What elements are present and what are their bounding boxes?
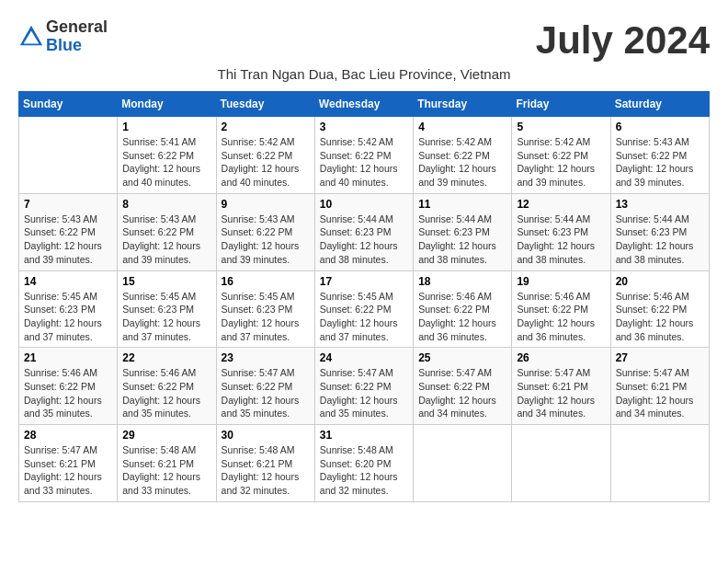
day-number: 18 bbox=[418, 275, 506, 288]
day-number: 14 bbox=[24, 275, 112, 288]
day-info: Sunrise: 5:47 AMSunset: 6:21 PMDaylight:… bbox=[616, 366, 704, 420]
calendar-cell: 26Sunrise: 5:47 AMSunset: 6:21 PMDayligh… bbox=[512, 348, 610, 425]
day-number: 3 bbox=[320, 121, 408, 133]
day-number: 15 bbox=[122, 275, 210, 288]
calendar-cell: 18Sunrise: 5:46 AMSunset: 6:22 PMDayligh… bbox=[414, 270, 512, 348]
day-info: Sunrise: 5:44 AMSunset: 6:23 PMDaylight:… bbox=[418, 213, 506, 267]
day-info: Sunrise: 5:41 AMSunset: 6:22 PMDaylight:… bbox=[122, 135, 210, 190]
day-info: Sunrise: 5:47 AMSunset: 6:21 PMDaylight:… bbox=[517, 366, 605, 420]
calendar-cell: 4Sunrise: 5:42 AMSunset: 6:22 PMDaylight… bbox=[414, 117, 512, 194]
day-number: 17 bbox=[320, 275, 408, 288]
calendar-cell: 28Sunrise: 5:47 AMSunset: 6:21 PMDayligh… bbox=[19, 425, 118, 502]
day-number: 21 bbox=[24, 351, 112, 364]
calendar-cell: 21Sunrise: 5:46 AMSunset: 6:22 PMDayligh… bbox=[19, 348, 118, 425]
day-info: Sunrise: 5:45 AMSunset: 6:23 PMDaylight:… bbox=[222, 290, 310, 344]
calendar-cell: 15Sunrise: 5:45 AMSunset: 6:23 PMDayligh… bbox=[118, 270, 216, 348]
day-info: Sunrise: 5:43 AMSunset: 6:22 PMDaylight:… bbox=[616, 135, 704, 190]
day-info: Sunrise: 5:46 AMSunset: 6:22 PMDaylight:… bbox=[517, 290, 605, 344]
calendar-cell: 16Sunrise: 5:45 AMSunset: 6:23 PMDayligh… bbox=[216, 270, 314, 348]
subtitle: Thi Tran Ngan Dua, Bac Lieu Province, Vi… bbox=[18, 66, 710, 82]
weekday-header-row: SundayMondayTuesdayWednesdayThursdayFrid… bbox=[19, 92, 710, 117]
weekday-header: Tuesday bbox=[216, 92, 314, 117]
day-number: 25 bbox=[418, 351, 506, 364]
calendar-cell: 11Sunrise: 5:44 AMSunset: 6:23 PMDayligh… bbox=[414, 193, 512, 270]
page-header: General Blue July 2024 bbox=[18, 18, 710, 63]
calendar-table: SundayMondayTuesdayWednesdayThursdayFrid… bbox=[18, 91, 710, 502]
month-title: July 2024 bbox=[536, 18, 710, 63]
day-info: Sunrise: 5:46 AMSunset: 6:22 PMDaylight:… bbox=[616, 290, 704, 344]
day-info: Sunrise: 5:44 AMSunset: 6:23 PMDaylight:… bbox=[616, 213, 704, 267]
calendar-cell: 27Sunrise: 5:47 AMSunset: 6:21 PMDayligh… bbox=[610, 348, 709, 425]
day-number: 27 bbox=[616, 351, 704, 364]
day-info: Sunrise: 5:44 AMSunset: 6:23 PMDaylight:… bbox=[517, 213, 605, 267]
calendar-week-row: 21Sunrise: 5:46 AMSunset: 6:22 PMDayligh… bbox=[19, 348, 710, 425]
day-number: 4 bbox=[418, 121, 506, 133]
day-info: Sunrise: 5:45 AMSunset: 6:23 PMDaylight:… bbox=[24, 290, 112, 344]
day-number: 19 bbox=[517, 275, 605, 288]
calendar-cell: 10Sunrise: 5:44 AMSunset: 6:23 PMDayligh… bbox=[314, 193, 413, 270]
day-info: Sunrise: 5:45 AMSunset: 6:23 PMDaylight:… bbox=[122, 290, 210, 344]
calendar-week-row: 1Sunrise: 5:41 AMSunset: 6:22 PMDaylight… bbox=[19, 117, 710, 194]
day-info: Sunrise: 5:46 AMSunset: 6:22 PMDaylight:… bbox=[24, 366, 112, 420]
weekday-header: Wednesday bbox=[314, 92, 413, 117]
day-number: 20 bbox=[616, 275, 704, 288]
calendar-cell: 6Sunrise: 5:43 AMSunset: 6:22 PMDaylight… bbox=[610, 117, 709, 194]
calendar-week-row: 14Sunrise: 5:45 AMSunset: 6:23 PMDayligh… bbox=[19, 270, 710, 348]
day-number: 7 bbox=[24, 198, 112, 211]
calendar-cell: 19Sunrise: 5:46 AMSunset: 6:22 PMDayligh… bbox=[512, 270, 610, 348]
calendar-cell: 20Sunrise: 5:46 AMSunset: 6:22 PMDayligh… bbox=[610, 270, 709, 348]
day-number: 29 bbox=[122, 429, 210, 442]
calendar-cell: 13Sunrise: 5:44 AMSunset: 6:23 PMDayligh… bbox=[610, 193, 709, 270]
weekday-header: Friday bbox=[512, 92, 610, 117]
calendar-week-row: 28Sunrise: 5:47 AMSunset: 6:21 PMDayligh… bbox=[19, 425, 710, 502]
day-info: Sunrise: 5:48 AMSunset: 6:20 PMDaylight:… bbox=[320, 443, 408, 498]
day-info: Sunrise: 5:47 AMSunset: 6:22 PMDaylight:… bbox=[320, 366, 408, 420]
day-info: Sunrise: 5:48 AMSunset: 6:21 PMDaylight:… bbox=[222, 443, 310, 498]
calendar-cell: 5Sunrise: 5:42 AMSunset: 6:22 PMDaylight… bbox=[512, 117, 610, 194]
calendar-cell: 1Sunrise: 5:41 AMSunset: 6:22 PMDaylight… bbox=[118, 117, 216, 194]
day-info: Sunrise: 5:43 AMSunset: 6:22 PMDaylight:… bbox=[24, 213, 112, 267]
calendar-cell: 29Sunrise: 5:48 AMSunset: 6:21 PMDayligh… bbox=[118, 425, 216, 502]
logo-text: General Blue bbox=[46, 18, 108, 55]
day-number: 9 bbox=[222, 198, 310, 211]
calendar-cell: 8Sunrise: 5:43 AMSunset: 6:22 PMDaylight… bbox=[118, 193, 216, 270]
calendar-cell: 31Sunrise: 5:48 AMSunset: 6:20 PMDayligh… bbox=[314, 425, 413, 502]
day-number: 28 bbox=[24, 429, 112, 442]
calendar-cell: 14Sunrise: 5:45 AMSunset: 6:23 PMDayligh… bbox=[19, 270, 118, 348]
calendar-cell: 25Sunrise: 5:47 AMSunset: 6:22 PMDayligh… bbox=[414, 348, 512, 425]
calendar-week-row: 7Sunrise: 5:43 AMSunset: 6:22 PMDaylight… bbox=[19, 193, 710, 270]
day-number: 12 bbox=[517, 198, 605, 211]
calendar-cell bbox=[414, 425, 512, 502]
calendar-cell: 17Sunrise: 5:45 AMSunset: 6:22 PMDayligh… bbox=[314, 270, 413, 348]
day-info: Sunrise: 5:44 AMSunset: 6:23 PMDaylight:… bbox=[320, 213, 408, 267]
weekday-header: Sunday bbox=[19, 92, 118, 117]
day-info: Sunrise: 5:43 AMSunset: 6:22 PMDaylight:… bbox=[122, 213, 210, 267]
logo: General Blue bbox=[18, 18, 108, 55]
calendar-cell: 22Sunrise: 5:46 AMSunset: 6:22 PMDayligh… bbox=[118, 348, 216, 425]
day-info: Sunrise: 5:47 AMSunset: 6:22 PMDaylight:… bbox=[222, 366, 310, 420]
logo-general: General bbox=[46, 17, 108, 36]
calendar-cell: 23Sunrise: 5:47 AMSunset: 6:22 PMDayligh… bbox=[216, 348, 314, 425]
day-info: Sunrise: 5:46 AMSunset: 6:22 PMDaylight:… bbox=[122, 366, 210, 420]
day-number: 5 bbox=[517, 121, 605, 133]
day-info: Sunrise: 5:42 AMSunset: 6:22 PMDaylight:… bbox=[517, 135, 605, 190]
calendar-cell: 9Sunrise: 5:43 AMSunset: 6:22 PMDaylight… bbox=[216, 193, 314, 270]
day-number: 31 bbox=[320, 429, 408, 442]
day-number: 13 bbox=[616, 198, 704, 211]
day-number: 26 bbox=[517, 351, 605, 364]
calendar-cell bbox=[19, 117, 118, 194]
day-number: 24 bbox=[320, 351, 408, 364]
day-number: 23 bbox=[222, 351, 310, 364]
day-number: 2 bbox=[222, 121, 310, 133]
day-info: Sunrise: 5:42 AMSunset: 6:22 PMDaylight:… bbox=[320, 135, 408, 190]
calendar-cell bbox=[610, 425, 709, 502]
day-number: 1 bbox=[122, 121, 210, 133]
day-number: 30 bbox=[222, 429, 310, 442]
day-number: 11 bbox=[418, 198, 506, 211]
calendar-cell bbox=[512, 425, 610, 502]
day-number: 6 bbox=[616, 121, 704, 133]
calendar-cell: 30Sunrise: 5:48 AMSunset: 6:21 PMDayligh… bbox=[216, 425, 314, 502]
day-number: 22 bbox=[122, 351, 210, 364]
day-info: Sunrise: 5:47 AMSunset: 6:21 PMDaylight:… bbox=[24, 443, 112, 498]
weekday-header: Thursday bbox=[414, 92, 512, 117]
